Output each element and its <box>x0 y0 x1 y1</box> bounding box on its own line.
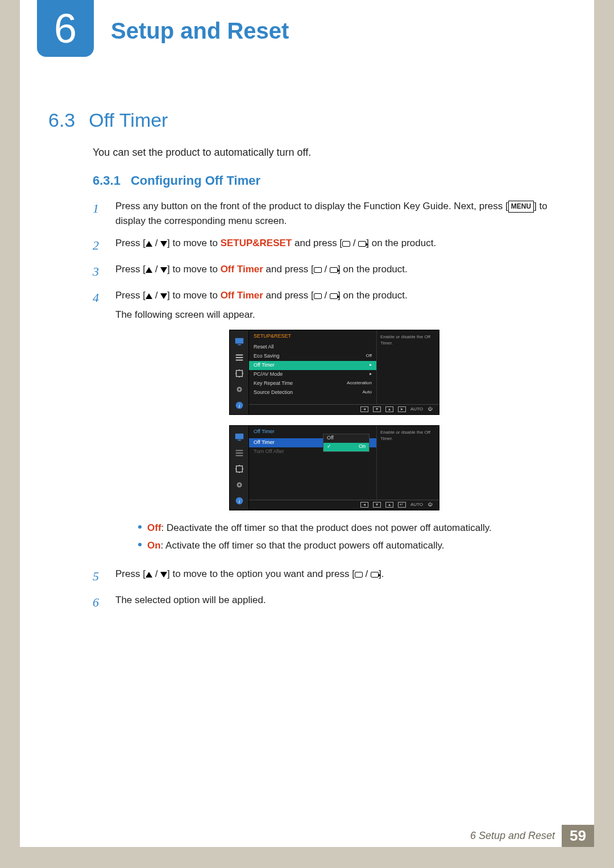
down-icon <box>160 572 167 578</box>
osd-help-text: Enable or disable the Off Timer. <box>376 330 439 404</box>
list-icon <box>230 351 248 364</box>
page-number: 59 <box>562 825 594 847</box>
info-icon: i <box>230 398 248 412</box>
down-icon: ▾ <box>373 502 381 508</box>
osd-menu-item: PC/AV Mode▸ <box>249 370 376 379</box>
svg-rect-1 <box>238 344 240 345</box>
display-icon <box>355 572 363 578</box>
footer-chapter-ref: 6 Setup and Reset <box>470 830 555 842</box>
osd-footer-bar: ◂ ▾ ▴ ↵ AUTO ⏻ <box>249 500 439 510</box>
subsection-number: 6.3.1 <box>93 173 121 188</box>
step-4: 4 Press [ / ] to move to Off Timer and p… <box>93 288 559 560</box>
osd-menu-item: Key Repeat TimeAcceleration <box>249 379 376 388</box>
bullet-off: Off: Deactivate the off timer so that th… <box>138 521 559 535</box>
up-icon <box>146 293 152 299</box>
step-3: 3 Press [ / ] to move to Off Timer and p… <box>93 262 559 281</box>
step-6: 6 The selected option will be applied. <box>93 593 559 612</box>
enter-icon: ↵ <box>398 502 406 508</box>
display-icon <box>342 241 350 247</box>
up-icon: ▴ <box>385 406 393 412</box>
gear-icon <box>230 478 248 492</box>
osd-options-panel: OffOn <box>323 434 370 452</box>
left-icon: ◂ <box>360 502 368 508</box>
osd-sidebar-icons: i <box>230 426 249 510</box>
osd-menu-item: Eco SavingOff <box>249 352 376 361</box>
info-icon: i <box>230 494 248 508</box>
option-descriptions: Off: Deactivate the off timer so that th… <box>138 521 559 553</box>
gear-icon <box>230 383 248 396</box>
step-5: 5 Press [ / ] to move to the option you … <box>93 567 559 586</box>
up-icon: ▴ <box>385 502 393 508</box>
svg-point-17 <box>238 484 240 486</box>
section-number: 6.3 <box>48 109 75 131</box>
chapter-title: Setup and Reset <box>111 18 289 44</box>
bullet-on: On: Activate the off timer so that the p… <box>138 538 559 553</box>
enter-icon <box>330 267 338 273</box>
power-icon: ⏻ <box>428 501 432 508</box>
svg-rect-12 <box>235 450 243 451</box>
osd-screenshot-2: i Off Timer Off TimerTurn Off After OffO… <box>229 425 439 510</box>
power-icon: ⏻ <box>428 406 432 413</box>
up-icon <box>146 267 152 273</box>
chapter-number: 6 <box>54 5 77 52</box>
subsection-heading: 6.3.1 Configuring Off Timer <box>93 173 260 188</box>
left-icon: ◂ <box>360 406 368 412</box>
svg-rect-2 <box>235 354 243 355</box>
monitor-icon <box>230 430 248 444</box>
osd-screenshot-1: i SETUP&RESET Reset AllEco SavingOffOff … <box>229 330 439 415</box>
display-icon <box>314 267 322 273</box>
osd-header: SETUP&RESET <box>249 330 376 343</box>
down-icon <box>160 267 167 273</box>
down-icon: ▾ <box>373 406 381 412</box>
svg-rect-15 <box>236 466 242 472</box>
down-icon <box>160 293 167 299</box>
page-footer: 6 Setup and Reset 59 <box>470 824 594 847</box>
svg-rect-14 <box>235 455 243 456</box>
right-icon: ▸ <box>398 406 406 412</box>
svg-rect-13 <box>235 452 243 454</box>
osd-menu-item: Source DetectionAuto <box>249 388 376 397</box>
osd-help-text: Enable or disable the Off Timer. <box>376 426 439 500</box>
osd-option: On <box>323 443 369 451</box>
osd-sidebar-icons: i <box>230 330 249 414</box>
osd-menu-item: Off Timer▸ <box>249 361 376 370</box>
monitor-icon <box>230 335 248 348</box>
steps-list: 1 Press any button on the front of the p… <box>93 199 559 619</box>
svg-rect-10 <box>235 433 243 439</box>
section-heading: 6.3 Off Timer <box>48 109 168 131</box>
svg-rect-3 <box>235 357 243 358</box>
svg-rect-0 <box>235 338 243 343</box>
resize-icon <box>230 367 248 380</box>
down-icon <box>160 241 167 247</box>
section-intro: You can set the product to automatically… <box>93 147 311 159</box>
resize-icon <box>230 462 248 476</box>
section-title: Off Timer <box>89 109 168 131</box>
enter-icon <box>358 241 366 247</box>
step-1: 1 Press any button on the front of the p… <box>93 199 559 229</box>
osd-footer-bar: ◂ ▾ ▴ ▸ AUTO ⏻ <box>249 404 439 414</box>
osd-option: Off <box>323 434 369 443</box>
svg-rect-11 <box>238 439 240 441</box>
bullet-icon <box>138 543 142 546</box>
enter-icon <box>371 572 379 578</box>
up-icon <box>146 572 152 578</box>
enter-icon <box>330 293 338 299</box>
svg-point-7 <box>238 388 240 391</box>
display-icon <box>314 293 322 299</box>
auto-button-label: AUTO <box>410 406 423 413</box>
chapter-badge: 6 <box>37 0 94 57</box>
svg-rect-5 <box>236 370 242 376</box>
svg-rect-4 <box>235 359 243 360</box>
auto-button-label: AUTO <box>410 501 423 508</box>
step-2: 2 Press [ / ] to move to SETUP&RESET and… <box>93 236 559 255</box>
bullet-icon <box>138 525 142 529</box>
subsection-title: Configuring Off Timer <box>131 173 260 188</box>
list-icon <box>230 446 248 460</box>
menu-button-label: MENU <box>508 201 534 213</box>
up-icon <box>146 241 152 247</box>
osd-menu-item: Reset All <box>249 343 376 352</box>
